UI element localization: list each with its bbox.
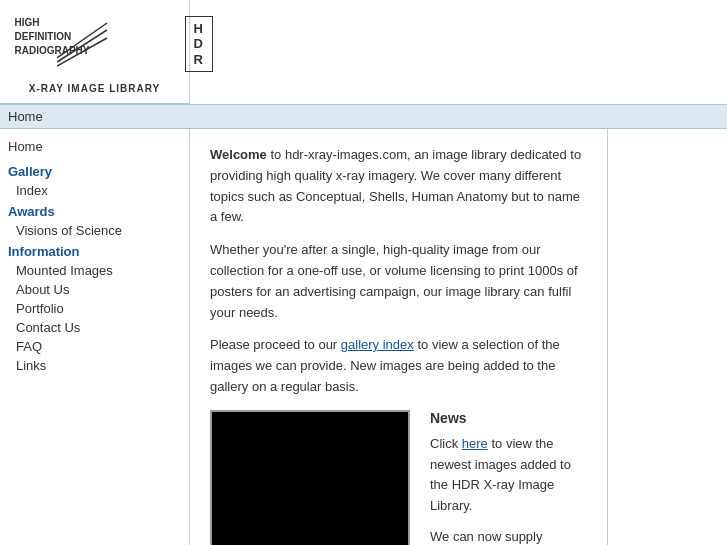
svg-line-1 xyxy=(57,30,107,62)
header-right xyxy=(190,0,727,104)
sidebar-mounted-link[interactable]: Mounted Images xyxy=(16,261,189,280)
welcome-bold: Welcome xyxy=(210,147,267,162)
news-here-link[interactable]: here xyxy=(462,436,488,451)
image-preview xyxy=(210,410,410,545)
logo-subtitle: X-RAY IMAGE LIBRARY xyxy=(29,83,160,94)
right-margin xyxy=(607,129,727,545)
gallery-index-link[interactable]: gallery index xyxy=(341,337,414,352)
news-para1: Click here to view the newest images add… xyxy=(430,434,587,517)
news-para1-pre: Click xyxy=(430,436,462,451)
news-heading: News xyxy=(430,410,587,426)
para2: Whether you're after a single, high-qual… xyxy=(210,240,587,323)
para3: Please proceed to our gallery index to v… xyxy=(210,335,587,397)
nav-bar: Home xyxy=(0,105,727,129)
logo-graphic: HIGH DEFINITION RADIOGRAPHY HDR xyxy=(15,9,175,79)
logo-lines-icon xyxy=(57,18,112,68)
sidebar-contact-link[interactable]: Contact Us xyxy=(16,318,189,337)
content-bottom: News Click here to view the newest image… xyxy=(210,410,587,545)
intro-paragraph: Welcome to hdr-xray-images.com, an image… xyxy=(210,145,587,228)
sidebar-about-link[interactable]: About Us xyxy=(16,280,189,299)
logo-hdr-box: HDR xyxy=(185,16,213,73)
para3-pre: Please proceed to our xyxy=(210,337,341,352)
main-layout: Home Gallery Index Awards Visions of Sci… xyxy=(0,129,727,545)
sidebar-faq-link[interactable]: FAQ xyxy=(16,337,189,356)
news-para2: We can now supply images pre-mounted, ju… xyxy=(430,527,587,545)
sidebar-links-link[interactable]: Links xyxy=(16,356,189,375)
sidebar: Home Gallery Index Awards Visions of Sci… xyxy=(0,129,190,545)
sidebar-gallery-header[interactable]: Gallery xyxy=(8,160,189,181)
sidebar-home-link[interactable]: Home xyxy=(8,137,189,156)
news-para2-pre: We can now supply images pre-mounted, ju… xyxy=(430,529,577,545)
sidebar-awards-items: Visions of Science xyxy=(8,221,189,240)
sidebar-gallery-items: Index xyxy=(8,181,189,200)
sidebar-index-link[interactable]: Index xyxy=(16,181,189,200)
header: HIGH DEFINITION RADIOGRAPHY HDR X-RAY IM… xyxy=(0,0,727,105)
sidebar-information-items: Mounted Images About Us Portfolio Contac… xyxy=(8,261,189,375)
logo-area: HIGH DEFINITION RADIOGRAPHY HDR X-RAY IM… xyxy=(0,0,190,104)
sidebar-awards-header[interactable]: Awards xyxy=(8,200,189,221)
sidebar-portfolio-link[interactable]: Portfolio xyxy=(16,299,189,318)
sidebar-information-header[interactable]: Information xyxy=(8,240,189,261)
nav-home-link[interactable]: Home xyxy=(8,109,43,124)
news-section: News Click here to view the newest image… xyxy=(430,410,587,545)
sidebar-visions-link[interactable]: Visions of Science xyxy=(16,221,189,240)
content: Welcome to hdr-xray-images.com, an image… xyxy=(190,129,607,545)
